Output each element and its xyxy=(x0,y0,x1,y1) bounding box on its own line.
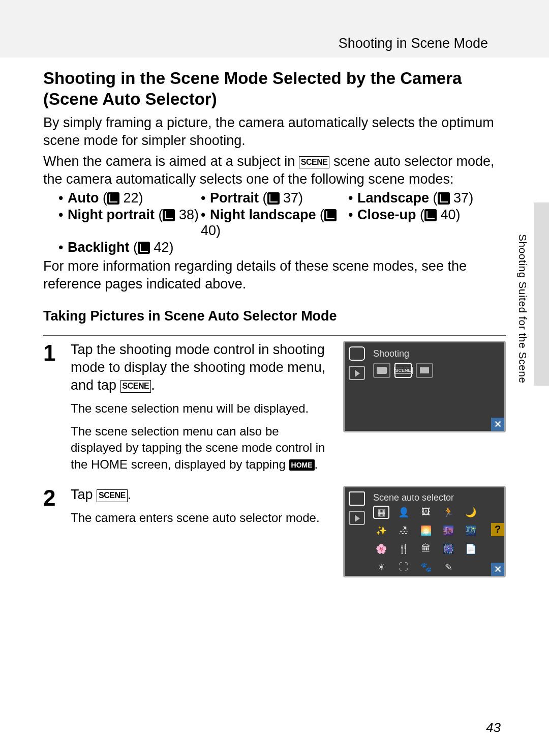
intro-paragraph-1: By simply framing a picture, the camera … xyxy=(43,114,506,150)
step-2: 2 Tap SCENE. The camera enters scene aut… xyxy=(43,486,506,577)
grid-draw: ✎ xyxy=(440,561,456,574)
lcd-scene-selector: Scene auto selector ▦ 👤 🖼 🏃 🌙 ✨ 🏖 🌅 🌆 🌃 … xyxy=(343,486,506,577)
step-2-number: 2 xyxy=(43,487,60,577)
scene-portrait: •Portrait ( 37) xyxy=(201,190,348,206)
grid-pet: 🐾 xyxy=(418,561,434,574)
page-ref-icon xyxy=(424,209,437,221)
grid-copy: 📄 xyxy=(463,542,479,556)
step-1: 1 Tap the shooting mode control in shoot… xyxy=(43,341,506,473)
grid-sunset: 🌅 xyxy=(418,524,434,537)
page-ref-icon xyxy=(107,192,119,205)
scene-landscape: •Landscape ( 37) xyxy=(348,190,506,206)
side-tab-label: Shooting Suited for the Scene xyxy=(516,234,529,384)
scene-auto: •Auto ( 22) xyxy=(58,190,201,206)
mode-row: SCENE xyxy=(373,363,433,378)
after-list-text: For more information regarding details o… xyxy=(43,257,506,293)
scene-auto-icon: SCENE xyxy=(97,489,128,502)
grid-dusk: 🌆 xyxy=(440,524,456,537)
page-ref-icon xyxy=(324,209,337,221)
lcd2-title: Scene auto selector xyxy=(373,492,454,503)
scene-closeup: •Close-up ( 40) xyxy=(348,207,506,239)
intro-2a: When the camera is aimed at a subject in xyxy=(43,154,299,169)
page-number: 43 xyxy=(486,720,501,736)
page-title: Shooting in the Scene Mode Selected by t… xyxy=(43,68,506,110)
page-ref-icon xyxy=(438,192,450,205)
grid-landscape: 🖼 xyxy=(418,506,434,519)
lcd1-title: Shooting xyxy=(373,348,409,359)
close-button: ✕ xyxy=(491,418,504,431)
home-icon: HOME xyxy=(289,459,315,471)
grid-backlight: ☀ xyxy=(373,561,389,574)
step-2-sub1: The camera enters scene auto selector mo… xyxy=(71,510,333,526)
scene-mode-list: •Auto ( 22) •Portrait ( 37) •Landscape (… xyxy=(58,190,506,255)
step-2-main: Tap SCENE. xyxy=(71,486,333,504)
grid-closeup: 🌸 xyxy=(373,542,389,556)
step-1-main: Tap the shooting mode control in shootin… xyxy=(71,341,333,394)
page-ref-icon xyxy=(267,192,280,205)
page-header: Shooting in Scene Mode xyxy=(0,0,549,57)
step-1-sub2: The scene selection menu can also be dis… xyxy=(71,423,333,473)
mode-video xyxy=(416,363,433,378)
scene-icon-grid: ▦ 👤 🖼 🏃 🌙 ✨ 🏖 🌅 🌆 🌃 🌸 🍴 🏛 🎆 📄 ☀ xyxy=(373,506,482,577)
grid-night-portrait: 🌙 xyxy=(463,506,479,519)
help-button: ? xyxy=(491,523,504,536)
subheading: Taking Pictures in Scene Auto Selector M… xyxy=(43,308,506,324)
page-content: Shooting in the Scene Mode Selected by t… xyxy=(0,57,549,577)
grid-museum: 🏛 xyxy=(418,542,434,556)
page-ref-icon xyxy=(163,209,175,221)
playback-icon xyxy=(349,366,365,380)
section-title: Shooting in Scene Mode xyxy=(339,36,488,51)
grid-sports: 🏃 xyxy=(440,506,456,519)
side-tab xyxy=(534,202,549,386)
close-button: ✕ xyxy=(491,563,504,576)
camera-mode-icon xyxy=(349,346,365,361)
step-1-sub1: The scene selection menu will be display… xyxy=(71,400,333,417)
grid-panorama: ⛶ xyxy=(395,561,412,574)
playback-icon xyxy=(349,511,365,525)
step-1-number: 1 xyxy=(43,342,60,473)
grid-party: ✨ xyxy=(373,524,389,537)
lcd-shooting-menu: Shooting SCENE ✕ xyxy=(343,341,506,432)
divider xyxy=(43,335,506,336)
mode-scene-selected: SCENE xyxy=(394,363,412,378)
grid-portrait: 👤 xyxy=(395,506,412,519)
grid-food: 🍴 xyxy=(395,542,412,556)
scene-night-landscape: •Night landscape ( 40) xyxy=(201,207,348,239)
scene-auto-icon: SCENE xyxy=(299,156,330,169)
grid-fireworks: 🎆 xyxy=(440,542,456,556)
scene-icon: SCENE xyxy=(120,380,151,393)
grid-beach: 🏖 xyxy=(395,524,412,537)
grid-scene-auto: ▦ xyxy=(373,506,389,519)
scene-backlight: •Backlight ( 42) xyxy=(58,240,201,255)
scene-night-portrait: •Night portrait ( 38) xyxy=(58,207,201,239)
grid-night-landscape: 🌃 xyxy=(463,524,479,537)
page-ref-icon xyxy=(138,242,150,254)
intro-paragraph-2: When the camera is aimed at a subject in… xyxy=(43,153,506,188)
mode-auto xyxy=(373,363,390,378)
scene-mode-icon xyxy=(349,491,365,506)
